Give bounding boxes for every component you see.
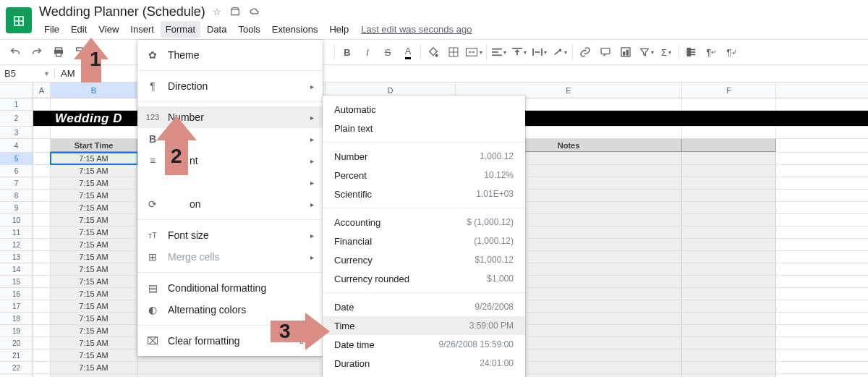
cell[interactable] [682, 263, 776, 275]
star-icon[interactable]: ☆ [213, 7, 221, 17]
cell[interactable] [33, 288, 51, 300]
row-header[interactable]: 13 [0, 251, 33, 263]
cell[interactable]: 7:15 AM [51, 190, 137, 201]
row-header[interactable]: 1 [0, 98, 33, 111]
cell[interactable] [33, 127, 51, 138]
menu-rotation[interactable]: ⟳ on ▸ [137, 193, 323, 215]
submenu-item-percent[interactable]: Percent10.12% [323, 166, 525, 185]
row-header[interactable]: 20 [0, 337, 33, 350]
cell[interactable] [682, 153, 776, 164]
cell[interactable] [33, 177, 51, 189]
menu-file[interactable]: File [39, 21, 64, 38]
cell[interactable] [51, 98, 137, 110]
cell[interactable]: 7:15 AM [51, 177, 137, 189]
wrap-button[interactable]: ▾ [530, 43, 549, 62]
submenu-item-currency-rounded[interactable]: Currency rounded$1,000 [323, 269, 525, 288]
fillcolor-button[interactable] [424, 43, 443, 62]
cell[interactable] [33, 276, 51, 287]
cell[interactable] [33, 153, 51, 164]
cell[interactable] [33, 337, 51, 349]
row-header[interactable]: 11 [0, 226, 33, 239]
cell[interactable] [682, 288, 776, 300]
functions-button[interactable]: Σ▾ [657, 43, 676, 62]
row-header[interactable]: 12 [0, 239, 33, 251]
menu-tools[interactable]: Tools [233, 21, 265, 38]
menu-fontsize[interactable]: тT Font size ▸ [137, 224, 323, 246]
header-cell[interactable] [682, 139, 776, 152]
cell[interactable] [682, 165, 776, 177]
row-header[interactable]: 6 [0, 165, 33, 177]
cloud-icon[interactable] [249, 7, 260, 17]
row-header[interactable]: 4 [0, 139, 33, 153]
cell[interactable] [33, 325, 51, 336]
bold-button[interactable]: B [338, 43, 357, 62]
row-header[interactable]: 17 [0, 300, 33, 313]
menu-insert[interactable]: Insert [125, 21, 159, 38]
submenu-item-date[interactable]: Date9/26/2008 [323, 297, 525, 316]
cell[interactable] [682, 362, 776, 373]
select-all-corner[interactable] [0, 82, 33, 98]
row-header[interactable]: 2 [0, 111, 33, 127]
cell[interactable] [33, 362, 51, 373]
col-header-f[interactable]: F [682, 82, 776, 98]
cell[interactable]: 7:15 AM [51, 263, 137, 275]
cell[interactable]: 7:15 AM [51, 325, 137, 336]
cell[interactable]: 7:15 AM [51, 300, 137, 312]
submenu-item-accounting[interactable]: Accounting$ (1,000.12) [323, 213, 525, 232]
cell[interactable] [33, 313, 51, 324]
cell[interactable] [33, 374, 51, 377]
cell[interactable] [33, 190, 51, 201]
row-header[interactable]: 19 [0, 325, 33, 337]
cell[interactable] [682, 214, 776, 226]
row-header[interactable]: 5 [0, 153, 33, 165]
col-header-a[interactable]: A [33, 82, 51, 98]
cell[interactable] [682, 177, 776, 189]
cell[interactable]: 7:15 AM [51, 239, 137, 250]
move-icon[interactable] [230, 7, 240, 17]
cell[interactable] [682, 300, 776, 312]
chart-button[interactable] [616, 43, 635, 62]
row-header[interactable]: 3 [0, 127, 33, 139]
cell[interactable]: 7:15 AM [51, 350, 137, 361]
cell[interactable] [682, 337, 776, 349]
cell[interactable] [33, 98, 51, 110]
row-header[interactable]: 21 [0, 350, 33, 362]
cell[interactable] [33, 202, 51, 213]
menu-direction[interactable]: ¶ Direction ▸ [137, 75, 323, 97]
cell[interactable]: 7:15 AM [51, 165, 137, 177]
doc-title[interactable]: Wedding Planner (Schedule) [39, 4, 205, 20]
tb-extra2[interactable]: ¶↵ [702, 43, 721, 62]
menu-edit[interactable]: Edit [66, 21, 92, 38]
cell[interactable] [682, 276, 776, 287]
cell[interactable] [33, 251, 51, 263]
cell[interactable] [33, 263, 51, 275]
menu-format[interactable]: Format [161, 21, 200, 38]
borders-button[interactable] [444, 43, 463, 62]
cell[interactable] [33, 350, 51, 361]
menu-view[interactable]: View [93, 21, 124, 38]
cell[interactable] [682, 98, 776, 110]
cell[interactable] [682, 127, 776, 138]
menu-data[interactable]: Data [202, 21, 231, 38]
submenu-item-currency[interactable]: Currency$1,000.12 [323, 250, 525, 269]
name-box[interactable]: B5▼ [0, 68, 55, 79]
cell[interactable] [682, 251, 776, 263]
cell[interactable] [682, 226, 776, 238]
row-header[interactable]: 8 [0, 190, 33, 202]
row-header[interactable]: 9 [0, 202, 33, 214]
submenu-item-financial[interactable]: Financial(1,000.12) [323, 232, 525, 250]
valign-button[interactable]: ▾ [510, 43, 529, 62]
header-cell[interactable]: Start Time [51, 139, 137, 152]
cell[interactable]: 7:15 AM [51, 153, 137, 164]
row-header[interactable]: 10 [0, 214, 33, 226]
col-header-b[interactable]: B [51, 82, 137, 98]
row-header[interactable]: 16 [0, 288, 33, 300]
submenu-item-time[interactable]: Time3:59:00 PM [323, 316, 525, 335]
cell[interactable] [137, 374, 326, 377]
redo-button[interactable] [27, 43, 46, 62]
filter-button[interactable]: ▾ [637, 43, 655, 62]
halign-button[interactable]: ▾ [490, 43, 509, 62]
italic-button[interactable]: I [358, 43, 377, 62]
submenu-item-scientific[interactable]: Scientific1.01E+03 [323, 185, 525, 203]
cell[interactable] [682, 313, 776, 324]
